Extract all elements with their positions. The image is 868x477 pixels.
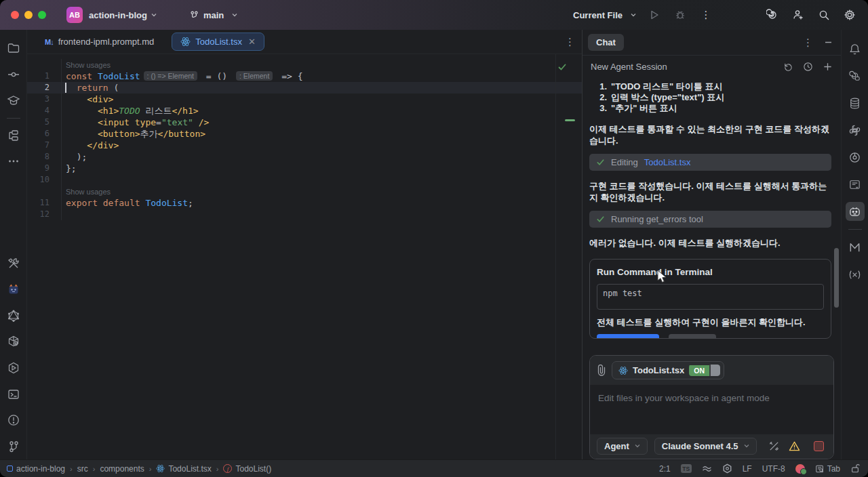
terminal-tool-button[interactable] bbox=[4, 385, 23, 403]
breadcrumb[interactable]: action-in-blog›src›components›TodoList.t… bbox=[7, 464, 271, 474]
chat-tool-button[interactable] bbox=[846, 202, 865, 221]
new-chat-plus-icon[interactable] bbox=[823, 62, 833, 72]
code-content: <input type="text" /> bbox=[61, 117, 209, 128]
run-command-button[interactable] bbox=[597, 334, 659, 338]
attach-file-icon[interactable] bbox=[597, 365, 606, 376]
tools-settings-icon[interactable] bbox=[768, 439, 781, 453]
minimize-window-button[interactable] bbox=[24, 11, 33, 19]
command-text-box[interactable]: npm test bbox=[597, 284, 824, 310]
run-button[interactable] bbox=[647, 7, 662, 22]
code-token: ( bbox=[108, 83, 119, 93]
breadcrumb-item[interactable]: components bbox=[100, 464, 144, 474]
warning-icon[interactable] bbox=[788, 439, 802, 453]
context-file-name: TodoList.tsx bbox=[633, 365, 684, 375]
run-configuration-selector[interactable]: Current File bbox=[573, 10, 636, 20]
context-file-chip[interactable]: TodoList.tsx ON bbox=[612, 361, 724, 379]
lock-icon[interactable] bbox=[850, 463, 860, 474]
chat-input-box: TodoList.tsx ON Edit files in your works… bbox=[589, 355, 834, 459]
python-tool-button[interactable] bbox=[846, 121, 865, 140]
mouse-cursor bbox=[656, 270, 669, 285]
line-ending-selector[interactable]: LF bbox=[743, 464, 752, 474]
tool-file-link[interactable]: TodoList.tsx bbox=[644, 157, 691, 167]
indent-selector[interactable]: Tab bbox=[827, 464, 840, 474]
typescript-badge[interactable]: TS bbox=[681, 464, 692, 473]
tool-call-card[interactable]: EditingTodoList.tsx bbox=[589, 154, 831, 171]
tab-label: TodoList.tsx bbox=[195, 37, 242, 47]
prettier-icon[interactable] bbox=[702, 465, 712, 472]
code-with-me-icon[interactable] bbox=[791, 7, 806, 22]
structure-tool-button[interactable] bbox=[4, 127, 23, 145]
build-tool-button[interactable] bbox=[4, 255, 23, 273]
chat-scrollbar[interactable] bbox=[834, 248, 839, 308]
mode-selector[interactable]: Agent bbox=[597, 438, 648, 455]
code-editor[interactable]: Show usages1const TodoList: () => Elemen… bbox=[27, 54, 582, 459]
version-control-tool-button[interactable] bbox=[4, 437, 23, 455]
eslint-icon[interactable] bbox=[722, 463, 732, 474]
ai-assistant-tool-button[interactable] bbox=[846, 66, 865, 85]
code-token: const bbox=[66, 71, 98, 81]
vcs-branch-selector[interactable]: main bbox=[189, 10, 237, 20]
hide-panel-icon[interactable] bbox=[824, 38, 833, 47]
search-everywhere-icon[interactable] bbox=[816, 7, 831, 22]
chat-message-list[interactable]: 1."TODO 리스트" 타이틀 표시2.입력 박스 (type="text")… bbox=[583, 77, 841, 350]
learn-tool-button[interactable] bbox=[4, 91, 23, 110]
documentation-tool-button[interactable] bbox=[846, 175, 865, 194]
code-content bbox=[61, 209, 66, 220]
code-line: 5 <input type="text" /> bbox=[27, 117, 582, 128]
commit-tool-button[interactable] bbox=[4, 66, 23, 84]
debug-button[interactable] bbox=[673, 7, 688, 22]
settings-gear-icon[interactable] bbox=[842, 7, 857, 22]
breadcrumb-item[interactable]: src bbox=[77, 464, 88, 474]
tab-options-kebab[interactable]: ⋮ bbox=[565, 36, 575, 48]
chat-prompt-input[interactable]: Edit files in your workspace in agent mo… bbox=[590, 385, 833, 434]
chat-options-kebab[interactable]: ⋮ bbox=[803, 37, 813, 49]
variables-x-tool-button[interactable] bbox=[846, 265, 865, 284]
notifications-bell-button[interactable] bbox=[846, 39, 865, 58]
tab-chat[interactable]: Chat bbox=[588, 34, 624, 51]
maximize-window-button[interactable] bbox=[38, 11, 46, 19]
show-usages-hint[interactable]: Show usages bbox=[66, 61, 111, 69]
project-tool-button[interactable] bbox=[4, 39, 23, 58]
breadcrumb-item[interactable]: action-in-blog bbox=[7, 464, 65, 474]
more-actions-kebab[interactable]: ⋮ bbox=[698, 7, 713, 22]
dependencies-tool-button[interactable] bbox=[4, 333, 23, 351]
model-selector[interactable]: Claude Sonnet 4.5 bbox=[654, 438, 757, 455]
problems-tool-button[interactable] bbox=[4, 411, 23, 430]
ai-assistant-icon[interactable] bbox=[765, 7, 780, 22]
tool-call-card[interactable]: Running get_errors tool bbox=[589, 211, 831, 228]
close-window-button[interactable] bbox=[11, 11, 19, 19]
restore-session-icon[interactable] bbox=[783, 62, 793, 72]
stop-button[interactable] bbox=[814, 441, 824, 451]
mode-label: Agent bbox=[604, 441, 629, 451]
encoding-selector[interactable]: UTF-8 bbox=[762, 464, 785, 474]
code-token: <button> bbox=[98, 129, 140, 139]
account-status-icon[interactable] bbox=[795, 464, 805, 474]
breadcrumb-item[interactable]: TodoList.tsx bbox=[156, 464, 211, 474]
tab-frontend-ipml-prompt-md[interactable]: M↓ frontend-ipml.prompt.md bbox=[37, 30, 162, 54]
chat-controls-row: Agent Claude Sonnet 4.5 bbox=[590, 434, 833, 459]
show-usages-hint[interactable]: Show usages bbox=[66, 188, 111, 196]
caret-position[interactable]: 2:1 bbox=[659, 464, 671, 474]
code-content: </div> bbox=[61, 140, 119, 151]
more-tool-windows-button[interactable] bbox=[4, 152, 23, 171]
marketplace-m-tool-button[interactable] bbox=[846, 238, 865, 257]
code-content: const TodoList: () => Element = () : Ele… bbox=[61, 70, 303, 82]
history-clock-icon[interactable] bbox=[803, 62, 813, 72]
database-tool-button[interactable] bbox=[846, 94, 865, 112]
project-selector[interactable]: action-in-blog bbox=[89, 10, 147, 20]
code-token: /> bbox=[193, 117, 209, 127]
tab-todolist-tsx[interactable]: TodoList.tsx ✕ bbox=[172, 33, 264, 51]
graphql-tool-button[interactable] bbox=[4, 307, 23, 325]
breadcrumb-item[interactable]: fTodoList() bbox=[223, 464, 271, 474]
plugin-dog-tool-button[interactable] bbox=[4, 281, 23, 299]
inspections-ok-check-icon[interactable] bbox=[557, 62, 567, 72]
text-caret bbox=[65, 83, 66, 93]
context-on-toggle[interactable]: ON bbox=[689, 365, 720, 376]
cancel-command-button[interactable] bbox=[669, 334, 716, 338]
chat-paragraph: 구현 코드를 작성했습니다. 이제 테스트를 실행해서 통과하는지 확인하겠습니… bbox=[589, 180, 831, 203]
services-tool-button[interactable] bbox=[4, 359, 23, 377]
close-tab-icon[interactable]: ✕ bbox=[248, 37, 256, 47]
coverage-tool-button[interactable] bbox=[846, 148, 865, 167]
code-token: TodoList bbox=[98, 71, 140, 81]
branch-name: main bbox=[203, 10, 224, 20]
